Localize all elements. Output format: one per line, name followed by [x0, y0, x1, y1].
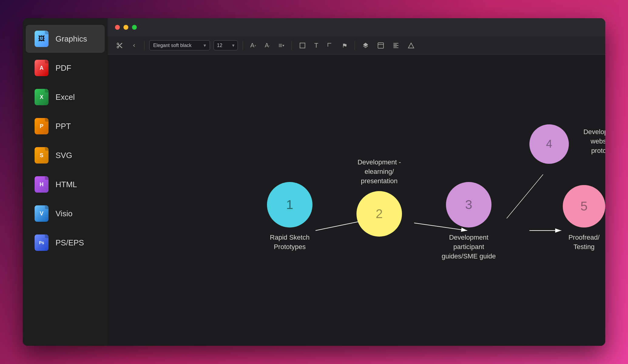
maximize-button[interactable] [132, 25, 137, 30]
node-4-circle: 4 [529, 124, 569, 164]
sidebar-label-ppt: PPT [56, 122, 71, 131]
sidebar-item-pdf[interactable]: A PDF [26, 54, 105, 82]
node-3-number: 3 [465, 197, 472, 212]
align-left-button[interactable] [390, 40, 402, 51]
ppt-icon: P [34, 118, 49, 135]
main-content: Elegant soft black ▾ 12 ▾ A+ A- ≡▾ T [108, 18, 605, 346]
sidebar-label-graphics: Graphics [56, 34, 87, 44]
font-dropdown-arrow: ▾ [204, 42, 206, 48]
app-window: 🖼 Graphics A PDF X Excel [23, 18, 605, 346]
flag-button[interactable] [339, 40, 350, 51]
sidebar-item-svg[interactable]: S SVG [26, 141, 105, 169]
svg-rect-1 [378, 42, 383, 48]
node-1-number: 1 [286, 197, 293, 212]
triangle-button[interactable] [405, 40, 417, 51]
back-button[interactable] [129, 41, 139, 50]
font-size-value: 12 [217, 43, 222, 48]
node-4[interactable]: 4 Development of website for prototypes [529, 124, 569, 164]
rectangle-button[interactable] [297, 40, 308, 51]
pseps-icon: Ps [34, 234, 49, 251]
title-bar [108, 18, 605, 36]
svg-rect-0 [300, 43, 305, 48]
sidebar: 🖼 Graphics A PDF X Excel [23, 18, 108, 346]
svg-marker-3 [408, 43, 414, 48]
sidebar-item-visio[interactable]: V Visio [26, 200, 105, 228]
excel-icon: X [34, 89, 49, 106]
font-selector[interactable]: Elegant soft black ▾ [149, 40, 210, 50]
node-2[interactable]: Development - elearning/ presentation 2 [349, 158, 410, 237]
svg-icon: S [34, 147, 49, 164]
node-5-circle: 5 [563, 185, 605, 228]
sidebar-label-visio: Visio [56, 209, 73, 218]
separator-3 [292, 41, 292, 50]
node-3-label: Development participant guides/SME guide [441, 233, 496, 261]
visio-icon: V [34, 205, 49, 222]
separator-1 [144, 41, 144, 50]
connector-button[interactable] [324, 40, 336, 51]
text-button[interactable]: T [312, 40, 321, 51]
sidebar-item-pseps[interactable]: Ps PS/EPS [26, 229, 105, 257]
node-5[interactable]: 5 Proofread/ Testing [563, 185, 605, 252]
layers-button[interactable] [360, 40, 371, 51]
sidebar-item-ppt[interactable]: P PPT [26, 112, 105, 140]
node-1[interactable]: 1 Rapid Sketch Prototypes [265, 182, 314, 252]
toolbar: Elegant soft black ▾ 12 ▾ A+ A- ≡▾ T [108, 36, 605, 55]
separator-4 [355, 41, 355, 50]
font-decrease-button[interactable]: A- [262, 40, 272, 51]
separator-2 [243, 41, 243, 50]
sidebar-label-svg: SVG [56, 151, 72, 160]
container-button[interactable] [375, 40, 387, 51]
html-icon: H [34, 176, 49, 193]
node-2-number: 2 [376, 207, 383, 221]
sidebar-label-pdf: PDF [56, 63, 71, 73]
cut-button[interactable] [114, 40, 125, 51]
sidebar-item-html[interactable]: H HTML [26, 170, 105, 198]
node-4-number: 4 [546, 138, 552, 150]
graphics-icon: 🖼 [34, 30, 49, 47]
canvas-area[interactable]: 1 Rapid Sketch Prototypes Development - … [108, 55, 605, 346]
sidebar-label-pseps: PS/EPS [56, 238, 84, 248]
node-1-label: Rapid Sketch Prototypes [265, 233, 314, 252]
sidebar-label-excel: Excel [56, 93, 75, 102]
node-3[interactable]: 3 Development participant guides/SME gui… [441, 182, 496, 261]
node-5-number: 5 [580, 199, 587, 214]
pdf-icon: A [34, 59, 49, 76]
node-4-label: Development of website for prototypes [575, 127, 605, 155]
font-size-arrow: ▾ [232, 42, 235, 48]
sidebar-label-html: HTML [56, 180, 77, 189]
minimize-button[interactable] [123, 25, 128, 30]
font-increase-button[interactable]: A+ [248, 40, 259, 51]
close-button[interactable] [115, 25, 120, 30]
sidebar-item-graphics[interactable]: 🖼 Graphics [26, 25, 105, 53]
node-5-label: Proofread/ Testing [563, 233, 605, 252]
svg-line-6 [507, 174, 543, 218]
node-1-circle: 1 [267, 182, 312, 228]
align-button[interactable]: ≡▾ [276, 40, 287, 51]
node-3-circle: 3 [446, 182, 491, 228]
font-size-selector[interactable]: 12 ▾ [214, 40, 238, 50]
node-2-circle: 2 [356, 191, 402, 237]
font-name: Elegant soft black [153, 43, 191, 48]
sidebar-item-excel[interactable]: X Excel [26, 83, 105, 111]
node-2-label-above: Development - elearning/ presentation [349, 158, 410, 186]
